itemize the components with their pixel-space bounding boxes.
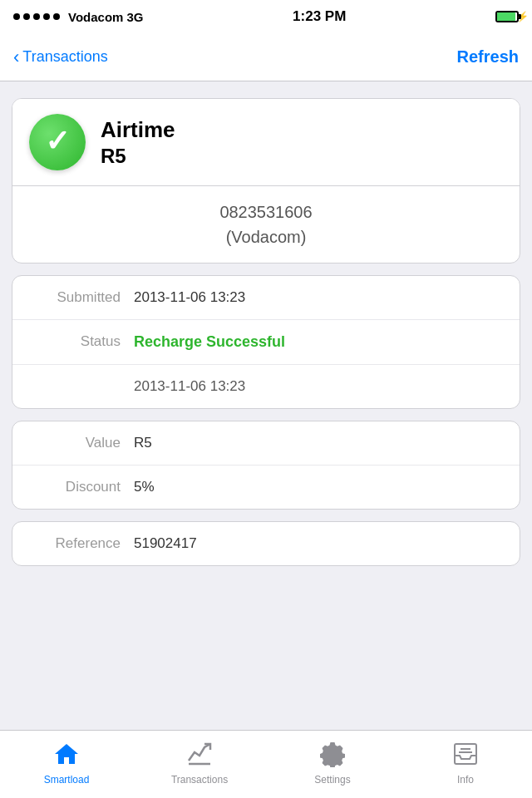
- tab-transactions[interactable]: Transactions: [133, 731, 266, 798]
- network-type: 3G: [126, 10, 143, 24]
- back-label: Transactions: [22, 48, 107, 66]
- date2-value: 2013-11-06 13:23: [134, 378, 245, 395]
- main-content: ✓ Airtime R5 0823531606 (Vodacom) Submit…: [0, 81, 532, 730]
- tab-settings-label: Settings: [314, 774, 350, 786]
- battery-fill: [497, 12, 515, 21]
- success-icon: ✓: [29, 114, 86, 170]
- status-right: ⚡: [495, 11, 519, 22]
- reference-value: 51902417: [134, 535, 197, 552]
- back-button[interactable]: ‹ Transactions: [13, 48, 108, 66]
- tab-bar: Smartload Transactions Settings: [0, 730, 532, 798]
- phone-provider: (Vodacom): [226, 228, 307, 246]
- refresh-button[interactable]: Refresh: [457, 47, 519, 66]
- submitted-label: Submitted: [29, 289, 121, 306]
- tab-info[interactable]: Info: [399, 731, 532, 798]
- signal-dot-3: [33, 13, 40, 20]
- back-chevron-icon: ‹: [13, 48, 19, 66]
- status-left: Vodacom 3G: [13, 10, 143, 24]
- tab-smartload-label: Smartload: [44, 774, 90, 786]
- tab-settings[interactable]: Settings: [266, 731, 399, 798]
- signal-dot-1: [13, 13, 20, 20]
- airtime-header: ✓ Airtime R5: [12, 99, 520, 186]
- phone-digits: 0823531606: [219, 203, 312, 221]
- reference-card: Reference 51902417: [12, 521, 520, 566]
- date2-row: 2013-11-06 13:23: [12, 365, 520, 408]
- phone-section: 0823531606 (Vodacom): [12, 186, 520, 263]
- nav-bar: ‹ Transactions Refresh: [0, 33, 532, 81]
- tab-smartload[interactable]: Smartload: [0, 731, 133, 798]
- submitted-value: 2013-11-06 13:23: [134, 289, 245, 306]
- tab-info-label: Info: [457, 774, 474, 786]
- airtime-amount: R5: [101, 145, 175, 168]
- value-value: R5: [134, 435, 152, 451]
- signal-dots: [13, 13, 60, 20]
- signal-dot-4: [43, 13, 50, 20]
- inbox-icon: [452, 741, 479, 771]
- status-row: Status Recharge Successful: [12, 320, 520, 365]
- tab-transactions-label: Transactions: [171, 774, 228, 786]
- discount-value: 5%: [134, 479, 155, 495]
- phone-number: 0823531606 (Vodacom): [29, 200, 503, 249]
- airtime-title: Airtime: [101, 117, 175, 143]
- reference-label: Reference: [29, 535, 121, 552]
- reference-row: Reference 51902417: [12, 522, 520, 565]
- gear-icon: [319, 741, 346, 771]
- discount-row: Discount 5%: [12, 466, 520, 509]
- airtime-card: ✓ Airtime R5 0823531606 (Vodacom): [12, 98, 520, 264]
- signal-dot-5: [53, 13, 60, 20]
- signal-dot-2: [23, 13, 30, 20]
- svg-rect-1: [455, 744, 476, 764]
- value-row: Value R5: [12, 421, 520, 466]
- status-label: Status: [29, 333, 121, 350]
- status-bar: Vodacom 3G 1:23 PM ⚡: [0, 0, 532, 33]
- battery-bolt-icon: ⚡: [516, 11, 529, 22]
- value-label: Value: [29, 435, 121, 451]
- chart-icon: [186, 741, 213, 771]
- battery-icon: ⚡: [495, 11, 519, 22]
- carrier-label: Vodacom: [68, 10, 123, 24]
- status-time: 1:23 PM: [293, 8, 346, 25]
- value-discount-card: Value R5 Discount 5%: [12, 421, 520, 510]
- submitted-row: Submitted 2013-11-06 13:23: [12, 276, 520, 320]
- status-value: Recharge Successful: [134, 333, 285, 351]
- discount-label: Discount: [29, 479, 121, 495]
- status-details-card: Submitted 2013-11-06 13:23 Status Rechar…: [12, 275, 520, 409]
- home-icon: [53, 741, 80, 771]
- checkmark-icon: ✓: [45, 126, 70, 156]
- airtime-info: Airtime R5: [101, 117, 175, 168]
